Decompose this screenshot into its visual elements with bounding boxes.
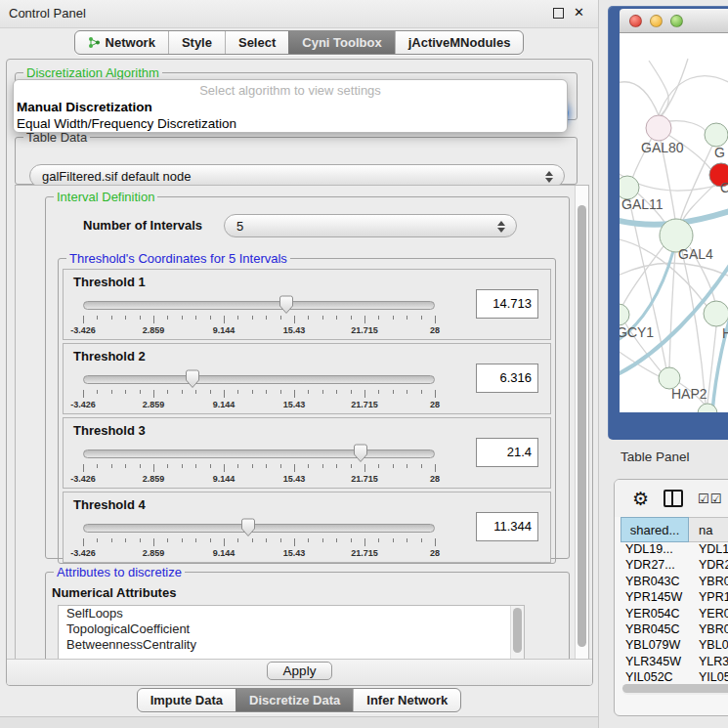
apply-bar: Apply — [7, 659, 592, 685]
table-body: YDL19...YDL19 YDR27...YDR27 YBR043CYBR04… — [621, 542, 728, 682]
table-panel-window: ⚙ ☑☑ shared... na YDL19...YDL19 YDR27...… — [614, 479, 728, 716]
column-header-name[interactable]: na — [689, 517, 728, 542]
control-panel-window: Control Panel ✕ Network Style Sel — [0, 0, 599, 728]
slider-tick-labels: -3.426 2.859 9.144 15.43 21.715 28 — [83, 474, 435, 484]
group-title: Interval Definition — [54, 190, 157, 204]
apply-button[interactable]: Apply — [267, 662, 333, 680]
combo-arrows-icon — [545, 169, 554, 185]
panel-bottom-strip — [0, 716, 598, 728]
table-row[interactable]: YBR043CYBR04 — [621, 575, 728, 590]
network-node[interactable] — [705, 123, 728, 147]
threshold-panel-4: Threshold 4 -3.426 2.859 9.144 15.43 — [63, 492, 551, 563]
number-of-intervals-select[interactable]: 5 — [224, 214, 517, 237]
table-row[interactable]: YDR27...YDR27 — [621, 558, 728, 574]
algorithm-option-equal-width[interactable]: Equal Width/Frequency Discretization — [14, 115, 567, 132]
slider-ticks — [83, 316, 435, 324]
minimize-traffic-light-icon[interactable] — [650, 15, 663, 27]
top-tab-bar: Network Style Select Cyni Toolbox jActiv… — [0, 30, 598, 55]
attribute-list-item[interactable]: SelfLoops — [59, 606, 524, 621]
gear-icon[interactable]: ⚙ — [632, 490, 649, 508]
tab-cyni-toolbox[interactable]: Cyni Toolbox — [288, 31, 394, 54]
table-row[interactable]: YPR145WYPR14 — [621, 590, 728, 606]
slider-track[interactable] — [83, 375, 435, 384]
table-header-row: shared... na — [621, 517, 728, 542]
right-region: GAL80GCGAL11GAL4GCY1HHAP2 Table Panel ⚙ … — [599, 0, 728, 728]
network-node[interactable] — [646, 115, 671, 141]
attribute-list-item[interactable]: BetweennessCentrality — [59, 637, 524, 653]
control-panel-titlebar: Control Panel ✕ — [0, 0, 598, 28]
threshold-value-field[interactable]: 11.344 — [476, 512, 538, 541]
tab-impute-data[interactable]: Impute Data — [138, 689, 236, 711]
group-title: Attributes to discretize — [54, 565, 185, 579]
tab-infer-network[interactable]: Infer Network — [353, 689, 460, 711]
tab-style[interactable]: Style — [168, 31, 225, 54]
column-header-shared-name[interactable]: shared... — [621, 517, 689, 542]
scrollbar-thumb[interactable] — [622, 684, 728, 693]
close-traffic-light-icon[interactable] — [629, 15, 642, 27]
table-row[interactable]: YDL19...YDL19 — [621, 542, 728, 558]
threshold-slider[interactable]: -3.426 2.859 9.144 15.43 21.715 28 — [83, 443, 435, 486]
threshold-slider[interactable]: -3.426 2.859 9.144 15.43 21.715 28 — [83, 294, 435, 337]
float-window-icon[interactable] — [553, 8, 564, 19]
zoom-traffic-light-icon[interactable] — [670, 15, 683, 27]
table-row[interactable]: YIL052CYIL05 — [621, 670, 728, 682]
group-title: Threshold's Coordinates for 5 Intervals — [66, 251, 290, 266]
slider-track[interactable] — [83, 301, 435, 310]
threshold-panel-2: Threshold 2 -3.426 2.859 9.144 15.43 — [63, 343, 551, 414]
table-row[interactable]: YLR345WYLR34 — [621, 655, 728, 670]
attribute-list-item[interactable]: TopologicalCoefficient — [59, 621, 524, 637]
settings-scroll-area: Interval Definition Number of Intervals … — [15, 185, 589, 662]
threshold-label: Threshold 3 — [73, 423, 146, 438]
threshold-panel-1: Threshold 1 -3.426 2.859 9.144 15.43 — [63, 269, 551, 340]
interval-definition-group: Interval Definition Number of Intervals … — [45, 190, 570, 559]
number-of-intervals-value: 5 — [236, 219, 243, 234]
table-data-group: Table Data galFiltered.sif default node — [15, 130, 578, 185]
algorithm-option-manual[interactable]: Manual Discretization — [14, 99, 567, 115]
thresholds-group: Threshold's Coordinates for 5 Intervals … — [58, 251, 556, 564]
slider-track[interactable] — [83, 524, 435, 533]
table-panel-toolbar: ⚙ ☑☑ — [615, 480, 728, 517]
table-row[interactable]: YER054CYER05 — [621, 607, 728, 622]
table-row[interactable]: YBL079WYBL07 — [621, 638, 728, 654]
panel-title: Control Panel — [9, 6, 86, 21]
slider-thumb-icon[interactable] — [240, 518, 256, 537]
scrollbar-thumb[interactable] — [578, 205, 586, 647]
close-window-icon[interactable]: ✕ — [574, 7, 584, 19]
network-graph-icon — [88, 36, 101, 49]
slider-thumb-icon[interactable] — [185, 369, 200, 389]
tab-network[interactable]: Network — [75, 31, 168, 54]
attributes-scrollbar[interactable] — [510, 606, 524, 662]
threshold-slider[interactable]: -3.426 2.859 9.144 15.43 21.715 28 — [83, 517, 435, 560]
cyni-toolbox-panel: Discretization Algorithm Select algorith… — [6, 59, 593, 686]
threshold-value-field[interactable]: 21.4 — [476, 438, 538, 467]
threshold-value-field[interactable]: 14.713 — [476, 289, 538, 319]
node-label: G — [714, 145, 725, 160]
network-view-window: GAL80GCGAL11GAL4GCY1HHAP2 — [608, 6, 728, 440]
slider-thumb-icon[interactable] — [353, 444, 368, 463]
algorithm-dropdown-popup: Select algorithm to view settings Manual… — [13, 79, 568, 133]
table-row[interactable]: YBR045CYBR04 — [621, 622, 728, 638]
checkbox-icon[interactable]: ☑☑ — [698, 492, 722, 506]
number-of-intervals-label: Number of Intervals — [83, 218, 202, 233]
network-node[interactable] — [704, 301, 728, 326]
slider-thumb-icon[interactable] — [278, 295, 294, 315]
vertical-scrollbar[interactable] — [575, 186, 588, 661]
node-label: GAL11 — [621, 196, 664, 212]
network-canvas[interactable]: GAL80GCGAL11GAL4GCY1HHAP2 — [620, 33, 728, 412]
tab-select[interactable]: Select — [225, 31, 288, 54]
threshold-value-field[interactable]: 6.316 — [476, 364, 538, 393]
tab-discretize-data[interactable]: Discretize Data — [236, 689, 353, 711]
slider-track[interactable] — [83, 450, 435, 458]
node-label: HAP2 — [671, 386, 707, 402]
node-label: GAL80 — [641, 140, 684, 155]
horizontal-scrollbar[interactable] — [622, 684, 728, 695]
bottom-tab-bar: Impute Data Discretize Data Infer Networ… — [0, 688, 598, 712]
tab-jactivemnodules[interactable]: jActiveMNodules — [395, 31, 524, 54]
threshold-panel-3: Threshold 3 -3.426 2.859 9.144 15.43 — [63, 417, 551, 489]
table-data-value: galFiltered.sif default node — [42, 169, 191, 184]
network-node[interactable] — [620, 304, 629, 325]
tab-network-label: Network — [106, 35, 155, 50]
node-label: GAL4 — [678, 246, 713, 262]
threshold-slider[interactable]: -3.426 2.859 9.144 15.43 21.715 28 — [83, 368, 435, 411]
columns-icon[interactable] — [664, 490, 683, 507]
